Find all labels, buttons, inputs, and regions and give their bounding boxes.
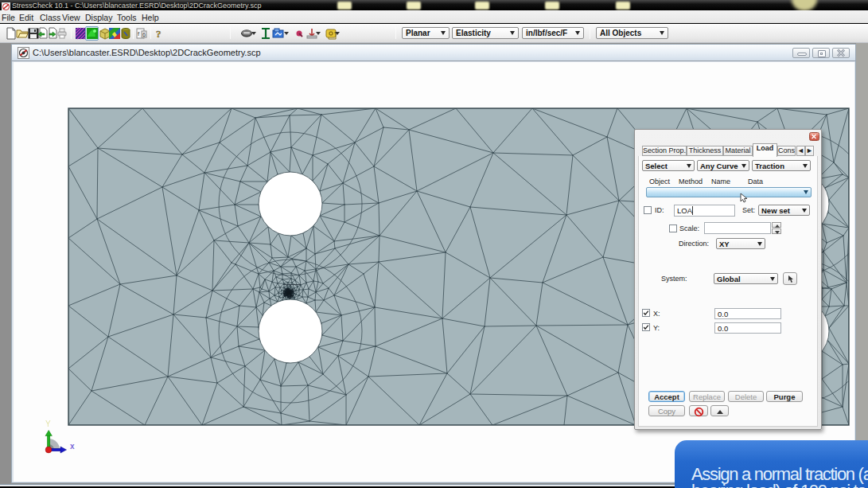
svg-text:?: ? bbox=[156, 28, 162, 40]
svg-text:x: x bbox=[70, 442, 75, 451]
svg-text:Y: Y bbox=[45, 420, 51, 428]
svg-text:6: 6 bbox=[142, 32, 146, 37]
